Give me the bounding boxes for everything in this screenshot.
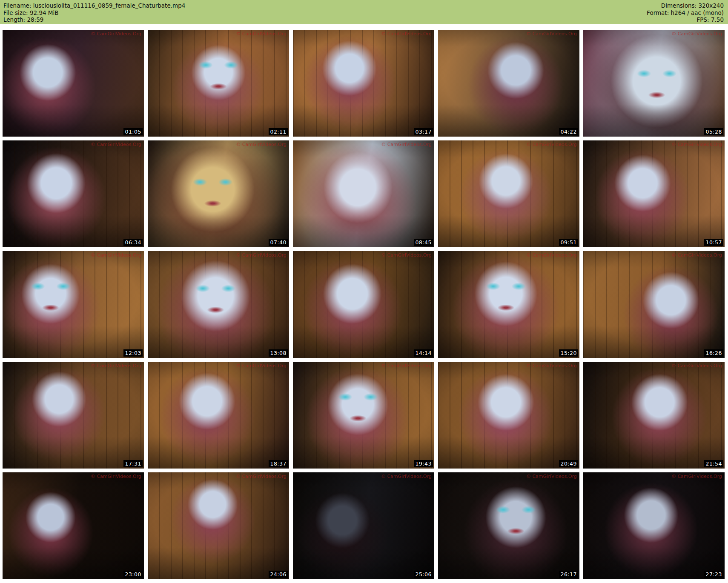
thumbnail-timestamp: 13:08 — [269, 349, 288, 357]
thumbnail-timestamp: 20:49 — [559, 460, 578, 467]
video-thumbnail: © CamGirlVideos.Org 17:31 — [3, 362, 144, 469]
watermark-text: © CamGirlVideos.Org — [91, 252, 141, 258]
thumbnail-grid: © CamGirlVideos.Org 01:05 © CamGirlVideo… — [0, 24, 728, 582]
thumbnail-scene — [438, 140, 579, 247]
watermark-text: © CamGirlVideos.Org — [526, 474, 577, 479]
thumbnail-scene — [148, 362, 289, 469]
video-thumbnail: © CamGirlVideos.Org 03:17 — [293, 30, 434, 137]
dimensions-line: Dimensions: 320x240 — [647, 2, 724, 9]
length-label: Length: — [3, 16, 25, 23]
watermark-text: © CamGirlVideos.Org — [381, 252, 432, 258]
thumbnail-timestamp: 16:26 — [704, 349, 723, 357]
watermark-text: © CamGirlVideos.Org — [236, 142, 287, 147]
watermark-text: © CamGirlVideos.Org — [91, 363, 141, 369]
watermark-text: © CamGirlVideos.Org — [236, 31, 287, 37]
video-thumbnail: © CamGirlVideos.Org 26:17 — [438, 472, 579, 579]
thumbnail-timestamp: 25:06 — [414, 571, 433, 578]
thumbnail-scene — [293, 472, 434, 579]
thumbnail-timestamp: 14:14 — [414, 349, 433, 357]
thumbnail-timestamp: 12:03 — [123, 349, 143, 357]
video-thumbnail: © CamGirlVideos.Org 07:40 — [148, 140, 289, 247]
filename-line: Filename: lusciouslolita_011116_0859_fem… — [3, 2, 185, 9]
filename-value: lusciouslolita_011116_0859_female_Chatur… — [33, 2, 186, 9]
fps-label: FPS: — [697, 16, 709, 23]
watermark-text: © CamGirlVideos.Org — [526, 142, 577, 147]
video-thumbnail: © CamGirlVideos.Org 02:11 — [148, 30, 289, 137]
thumbnail-scene — [148, 472, 289, 579]
watermark-text: © CamGirlVideos.Org — [526, 31, 577, 37]
watermark-text: © CamGirlVideos.Org — [91, 31, 141, 37]
thumbnail-timestamp: 02:11 — [269, 128, 288, 135]
video-thumbnail: © CamGirlVideos.Org 21:54 — [583, 362, 725, 469]
watermark-text: © CamGirlVideos.Org — [381, 363, 432, 369]
thumbnail-timestamp: 08:45 — [414, 239, 433, 246]
thumbnail-scene — [293, 30, 434, 137]
format-line: Format: h264 / aac (mono) — [647, 9, 724, 17]
thumbnail-scene — [293, 251, 434, 358]
thumbnail-scene — [438, 30, 579, 137]
thumbnail-scene — [293, 140, 434, 247]
watermark-text: © CamGirlVideos.Org — [671, 252, 722, 258]
video-thumbnail: © CamGirlVideos.Org 01:05 — [3, 30, 144, 137]
thumbnail-timestamp: 04:22 — [559, 128, 578, 135]
thumbnail-scene — [3, 251, 144, 358]
video-thumbnail: © CamGirlVideos.Org 04:22 — [438, 30, 579, 137]
thumbnail-timestamp: 19:43 — [414, 460, 433, 467]
video-thumbnail: © CamGirlVideos.Org 24:06 — [148, 472, 289, 579]
thumbnail-scene — [583, 362, 725, 469]
thumbnail-scene — [438, 472, 579, 579]
video-thumbnail: © CamGirlVideos.Org 19:43 — [293, 362, 434, 469]
thumbnail-scene — [583, 251, 725, 358]
thumbnail-timestamp: 07:40 — [269, 239, 288, 246]
thumbnail-scene — [3, 30, 144, 137]
thumbnail-timestamp: 17:31 — [123, 460, 143, 467]
thumbnail-timestamp: 06:34 — [123, 239, 143, 246]
dimensions-label: Dimensions: — [661, 2, 696, 9]
format-value: h264 / aac (mono) — [671, 9, 724, 16]
watermark-text: © CamGirlVideos.Org — [381, 31, 432, 37]
video-thumbnail: © CamGirlVideos.Org 09:51 — [438, 140, 579, 247]
thumbnail-scene — [438, 362, 579, 469]
thumbnail-timestamp: 27:23 — [704, 571, 723, 578]
thumbnail-scene — [293, 362, 434, 469]
video-thumbnail: © CamGirlVideos.Org 08:45 — [293, 140, 434, 247]
watermark-text: © CamGirlVideos.Org — [236, 363, 287, 369]
video-thumbnail: © CamGirlVideos.Org 15:20 — [438, 251, 579, 358]
thumbnail-timestamp: 01:05 — [123, 128, 143, 135]
video-thumbnail: © CamGirlVideos.Org 12:03 — [3, 251, 144, 358]
watermark-text: © CamGirlVideos.Org — [671, 142, 722, 147]
filename-label: Filename: — [3, 2, 31, 9]
watermark-text: © CamGirlVideos.Org — [381, 142, 432, 147]
video-thumbnail: © CamGirlVideos.Org 05:28 — [583, 30, 725, 137]
watermark-text: © CamGirlVideos.Org — [671, 474, 722, 479]
video-thumbnail: © CamGirlVideos.Org 16:26 — [583, 251, 725, 358]
watermark-text: © CamGirlVideos.Org — [526, 363, 577, 369]
thumbnail-timestamp: 15:20 — [559, 349, 578, 357]
video-thumbnail: © CamGirlVideos.Org 18:37 — [148, 362, 289, 469]
watermark-text: © CamGirlVideos.Org — [671, 31, 722, 37]
video-thumbnail: © CamGirlVideos.Org 14:14 — [293, 251, 434, 358]
length-value: 28:59 — [27, 16, 43, 23]
filesize-value: 92.94 MiB — [30, 9, 59, 16]
thumbnail-scene — [583, 140, 725, 247]
video-thumbnail: © CamGirlVideos.Org 10:57 — [583, 140, 725, 247]
media-info-header: Filename: lusciouslolita_011116_0859_fem… — [0, 0, 728, 24]
format-label: Format: — [647, 9, 669, 16]
file-info-left: Filename: lusciouslolita_011116_0859_fem… — [3, 2, 185, 24]
thumbnail-timestamp: 09:51 — [559, 239, 578, 246]
watermark-text: © CamGirlVideos.Org — [236, 252, 287, 258]
thumbnail-scene — [3, 472, 144, 579]
thumbnail-timestamp: 03:17 — [414, 128, 433, 135]
thumbnail-scene — [583, 472, 725, 579]
thumbnail-timestamp: 10:57 — [704, 239, 723, 246]
filesize-line: File size: 92.94 MiB — [3, 9, 185, 17]
watermark-text: © CamGirlVideos.Org — [91, 142, 141, 147]
thumbnail-scene — [148, 251, 289, 358]
video-thumbnail: © CamGirlVideos.Org 20:49 — [438, 362, 579, 469]
thumbnail-scene — [3, 140, 144, 247]
video-thumbnail: © CamGirlVideos.Org 13:08 — [148, 251, 289, 358]
filesize-label: File size: — [3, 9, 28, 16]
video-thumbnail: © CamGirlVideos.Org 23:00 — [3, 472, 144, 579]
thumbnail-scene — [3, 362, 144, 469]
thumbnail-timestamp: 21:54 — [704, 460, 723, 467]
